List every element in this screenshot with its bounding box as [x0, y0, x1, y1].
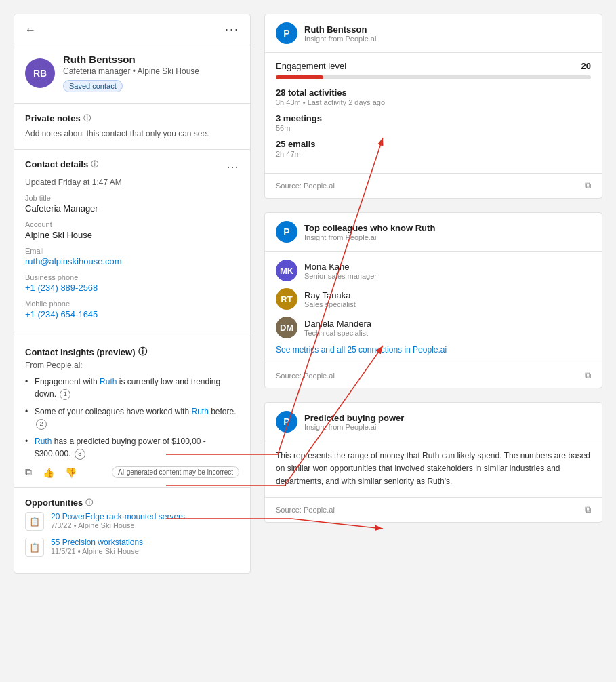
private-notes-body: Add notes about this contact that only y…	[25, 127, 239, 140]
engagement-bar-fill	[276, 75, 323, 79]
meetings-time: 56m	[276, 124, 591, 132]
insights-source: From People.ai:	[25, 361, 239, 370]
colleagues-card-subtitle: Insight from People.ai	[304, 233, 435, 241]
opportunity-sub-2: 11/5/21 • Alpine Ski House	[51, 547, 143, 555]
info-icon-insights: ⓘ	[138, 346, 147, 358]
buying-power-text: This represents the range of money that …	[276, 449, 591, 489]
engagement-card-footer: Source: People.ai ⧉	[265, 173, 602, 198]
opportunity-title-1[interactable]: 20 PowerEdge rack-mounted servers	[51, 512, 185, 521]
thumbs-down-button[interactable]: 👎	[65, 466, 77, 478]
colleague-role-1: Senior sales manager	[304, 272, 377, 280]
buying-power-card-header: P Predicted buying power Insight from Pe…	[265, 403, 602, 441]
colleague-role-2: Sales specialist	[304, 300, 356, 308]
engagement-source: Source: People.ai	[276, 182, 335, 190]
engagement-external-link-icon[interactable]: ⧉	[585, 180, 591, 191]
engagement-level-row: Engagement level 20	[276, 61, 591, 71]
panel-header: ← ···	[14, 14, 250, 45]
job-title-row: Job title Cafeteria Manager	[25, 194, 239, 214]
info-icon-details: ⓘ	[91, 159, 98, 169]
ai-disclaimer: AI-generated content may be incorrect	[112, 466, 239, 478]
connections-link[interactable]: See metrics and all 25 connections in Pe…	[276, 345, 591, 355]
opportunity-text-2: 55 Precision workstations 11/5/21 • Alpi…	[51, 538, 143, 555]
emails-time: 2h 47m	[276, 150, 591, 158]
engagement-score: 20	[581, 61, 591, 71]
footnote-2: 2	[36, 419, 47, 430]
buying-power-card-body: This represents the range of money that …	[265, 441, 602, 497]
colleague-item-1: MK Mona Kane Senior sales manager	[276, 260, 591, 281]
business-phone-label: Business phone	[25, 273, 239, 281]
opportunity-item-1: 📋 20 PowerEdge rack-mounted servers 7/3/…	[25, 512, 239, 531]
contact-subtitle: Cafeteria manager • Alpine Ski House	[63, 66, 199, 76]
colleagues-card-title: Top colleagues who know Ruth	[304, 223, 435, 233]
contact-name: Ruth Bentsson	[63, 54, 199, 65]
engagement-card: P Ruth Bentsson Insight from People.ai E…	[264, 14, 602, 199]
more-options-button[interactable]: ···	[225, 22, 239, 37]
total-activities: 28 total activities	[276, 87, 591, 98]
business-phone-row: Business phone +1 (234) 889-2568	[25, 273, 239, 293]
emails-row: 25 emails 2h 47m	[276, 139, 591, 158]
buying-power-external-link-icon[interactable]: ⧉	[585, 504, 591, 515]
engagement-bar-background	[276, 75, 591, 79]
buying-power-card-title: Predicted buying power	[304, 413, 404, 423]
mobile-phone-value[interactable]: +1 (234) 654-1645	[25, 309, 239, 319]
private-notes-title: Private notes ⓘ	[25, 113, 239, 123]
insight-item-1: Engagement with Ruth is currently low an…	[25, 376, 239, 400]
colleague-item-2: RT Ray Tanaka Sales specialist	[276, 288, 591, 310]
engagement-level-label: Engagement level	[276, 61, 346, 71]
account-value: Alpine Ski House	[25, 230, 239, 240]
insights-actions: ⧉ 👍 👎 AI-generated content may be incorr…	[25, 466, 239, 478]
insight-item-2: Some of your colleagues have worked with…	[25, 405, 239, 430]
email-value[interactable]: ruth@alpinskihouse.com	[25, 256, 239, 266]
thumbs-up-button[interactable]: 👍	[43, 466, 54, 478]
colleague-name-2: Ray Tanaka	[304, 290, 356, 300]
business-phone-value[interactable]: +1 (234) 889-2568	[25, 283, 239, 293]
last-activity: 3h 43m • Last activity 2 days ago	[276, 98, 591, 106]
buying-power-source: Source: People.ai	[276, 506, 335, 514]
buying-power-card-subtitle: Insight from People.ai	[304, 423, 404, 431]
opportunity-icon-2: 📋	[25, 538, 44, 557]
colleague-name-3: Daniela Mandera	[304, 319, 371, 329]
email-label: Email	[25, 247, 239, 255]
mobile-phone-label: Mobile phone	[25, 300, 239, 308]
back-button[interactable]: ←	[25, 24, 36, 36]
meetings-count: 3 meetings	[276, 113, 591, 123]
engagement-card-subtitle: Insight from People.ai	[304, 35, 376, 43]
colleagues-card-footer: Source: People.ai ⧉	[265, 363, 602, 388]
job-title-value: Cafeteria Manager	[25, 203, 239, 214]
account-row: Account Alpine Ski House	[25, 220, 239, 240]
info-icon-opp: ⓘ	[85, 498, 93, 508]
insights-icon-group: ⧉ 👍 👎	[25, 466, 77, 478]
colleague-avatar-1: MK	[276, 260, 297, 281]
contact-details-more-button[interactable]: ···	[227, 161, 239, 172]
contact-header: RB Ruth Bentsson Cafeteria manager • Alp…	[14, 45, 250, 104]
colleague-role-3: Technical specialist	[304, 329, 371, 337]
mobile-phone-row: Mobile phone +1 (234) 654-1645	[25, 300, 239, 319]
colleagues-people-ai-avatar: P	[276, 221, 297, 243]
colleagues-external-link-icon[interactable]: ⧉	[585, 370, 591, 381]
opportunities-title: Opportunities ⓘ	[25, 498, 239, 508]
copy-icon-button[interactable]: ⧉	[25, 466, 32, 478]
private-notes-section: Private notes ⓘ Add notes about this con…	[14, 104, 250, 150]
contact-insights-section: Contact insights (preview) ⓘ From People…	[14, 336, 250, 488]
colleagues-card: P Top colleagues who know Ruth Insight f…	[264, 212, 602, 388]
opportunity-icon-1: 📋	[25, 512, 44, 531]
engagement-card-body: Engagement level 20 28 total activities …	[265, 53, 602, 173]
contact-updated: Updated Friday at 1:47 AM	[25, 176, 239, 188]
colleague-avatar-3: DM	[276, 317, 297, 338]
colleague-item-3: DM Daniela Mandera Technical specialist	[276, 317, 591, 338]
buying-power-card-footer: Source: People.ai ⧉	[265, 497, 602, 522]
engagement-people-ai-avatar: P	[276, 22, 297, 44]
footnote-1: 1	[60, 389, 70, 400]
info-icon: ⓘ	[83, 113, 91, 123]
contact-details-section: Contact details ⓘ ··· Updated Friday at …	[14, 150, 250, 336]
opportunity-item-2: 📋 55 Precision workstations 11/5/21 • Al…	[25, 538, 239, 557]
emails-count: 25 emails	[276, 139, 591, 149]
meetings-row: 3 meetings 56m	[276, 113, 591, 132]
opportunity-title-2[interactable]: 55 Precision workstations	[51, 538, 143, 547]
email-row: Email ruth@alpinskihouse.com	[25, 247, 239, 266]
engagement-card-title: Ruth Bentsson	[304, 24, 376, 35]
opportunities-section: Opportunities ⓘ 📋 20 PowerEdge rack-moun…	[14, 488, 250, 573]
colleagues-card-body: MK Mona Kane Senior sales manager RT Ray…	[265, 252, 602, 363]
insights-list: Engagement with Ruth is currently low an…	[25, 376, 239, 460]
colleague-name-1: Mona Kane	[304, 262, 377, 272]
